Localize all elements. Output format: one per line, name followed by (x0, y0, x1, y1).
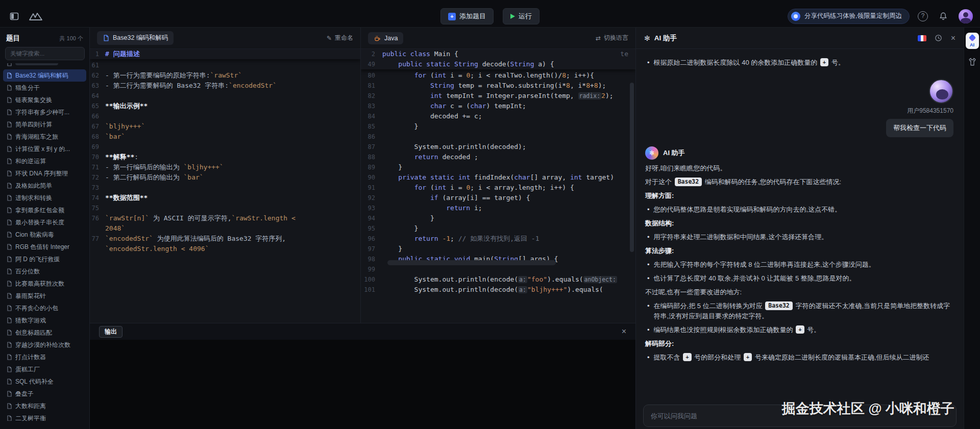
line-number: 95 (361, 223, 382, 234)
sidebar-item[interactable]: 环状 DNA 序列整理 (3, 167, 86, 180)
sidebar-item-partial[interactable] (3, 63, 86, 69)
sidebar-item[interactable]: 二叉树平衡 (3, 412, 86, 421)
plus-badge: + (796, 325, 804, 334)
sidebar-item[interactable]: SQL 代码补全 (3, 375, 86, 388)
sidebar-item[interactable]: 暴雨梨花针 (3, 290, 86, 302)
line-content: decoded += c; (382, 111, 482, 121)
code-token: "foo" (527, 275, 547, 283)
sidebar-item[interactable]: 和的逆运算 (3, 155, 86, 167)
sidebar-item[interactable]: 及格如此简单 (3, 180, 86, 192)
code-token: findIndex( (470, 173, 514, 181)
sidebar-item[interactable]: 穿越沙漠的补给次数 (3, 339, 86, 351)
code-token: tempInt = Integer.parseInt(temp, (442, 92, 578, 99)
sidebar-toggle-button[interactable] (7, 9, 21, 23)
markdown-line: 70**解释**: (90, 152, 360, 162)
code-token (382, 102, 430, 110)
sidebar-item[interactable]: 蛋糕工厂 (3, 363, 86, 375)
document-icon (6, 391, 12, 397)
bullet-text: 用字符串来处理二进制数据和中间结果,这个选择还算合理。 (654, 232, 954, 242)
line-content: public class Main { (382, 49, 458, 59)
ai-assistant-panel: ✻ AI 助手 × •根据原始二进制数据长度除以 40 的余数添加正确数量的 +… (635, 28, 964, 429)
sidebar-item[interactable]: 计算位置 x 到 y 的... (3, 143, 86, 155)
code-line: 93 return i; (361, 203, 635, 213)
run-button[interactable]: 运行 (503, 8, 540, 24)
notifications-button[interactable] (936, 9, 950, 23)
bullet-dot: • (647, 273, 650, 284)
horizontal-scrollbar-thumb[interactable] (387, 260, 556, 265)
sidebar-item[interactable]: 简单四则计算 (3, 118, 86, 131)
sidebar-item[interactable]: 比赛最高获胜次数 (3, 277, 86, 290)
markdown-line: 76`rawStr[n]` 为 ASCII 的可显示字符,`rawStr.len… (90, 213, 360, 223)
code-token: 8 (594, 82, 598, 89)
search-input[interactable] (5, 47, 85, 60)
share-banner[interactable]: 分享代码练习体验,领限量定制周边 (788, 9, 910, 24)
line-content: return i; (382, 203, 482, 213)
ai-paragraph: 不过呢,也有一些需要改进的地方: (645, 287, 954, 297)
language-flag-icon[interactable] (918, 35, 926, 41)
theme-skin-button[interactable] (968, 57, 977, 66)
line-content: } (382, 244, 402, 254)
line-number: 77 (90, 234, 105, 244)
output-tab[interactable]: 输出 (99, 326, 122, 338)
problem-panel[interactable]: Base32 编码和解码 ✎ 重命名 1# 问题描述 6162- 第一行为需要编… (90, 28, 360, 323)
user-chat-avatar[interactable] (929, 79, 953, 104)
markdown-editor[interactable]: 1# 问题描述 6162- 第一行为需要编码的原始字符串:`rawStr`63-… (90, 49, 360, 254)
sidebar-item[interactable]: Cion 勒索病毒 (3, 229, 86, 241)
ai-close-icon[interactable]: × (951, 34, 955, 43)
code-token: ).equals( (567, 286, 603, 293)
sidebar-item[interactable]: 进制求和转换 (3, 192, 86, 204)
code-editor[interactable]: 2public class Main {te49 public static S… (361, 49, 635, 295)
sidebar-item[interactable]: 打点计数器 (3, 351, 86, 363)
language-tab-java[interactable]: Java (368, 32, 403, 44)
ai-assistant-toggle-button[interactable]: AI (966, 33, 979, 49)
sidebar-item[interactable]: Base32 编码和解码 (3, 69, 86, 82)
sidebar-item[interactable]: 青海湖租车之旅 (3, 131, 86, 143)
close-icon[interactable]: × (622, 327, 626, 336)
sidebar-item[interactable]: 阿 D 的飞行救援 (3, 253, 86, 265)
document-icon (6, 342, 12, 348)
line-number: 71 (90, 162, 105, 172)
sidebar-item[interactable]: 字符串有多少种可... (3, 106, 86, 118)
code-token: int (458, 173, 470, 181)
md-segment: # 问题描述 (105, 50, 140, 58)
sidebar-item-label: 猜数字游戏 (15, 316, 46, 325)
line-number: 63 (90, 81, 105, 91)
markdown-line: 66 (90, 111, 360, 121)
line-content: `bar` (105, 132, 351, 142)
markdown-line: 65**输出示例** (90, 101, 360, 111)
line-content: } (382, 162, 402, 172)
sidebar-toggle-icon (10, 12, 19, 21)
md-segment: `encodedStr` (229, 82, 277, 89)
bullet-text: 根据原始二进制数据长度除以 40 的余数添加正确数量的 + 号。 (654, 58, 954, 68)
line-number: 69 (90, 142, 105, 152)
code-editor-panel[interactable]: Java ⇄ 切换语言 2public class Main {te49 pub… (360, 28, 635, 323)
bullet-dot: • (647, 352, 650, 363)
problem-tab-label: Base32 编码和解码 (113, 34, 168, 42)
sidebar-item[interactable]: 猫鱼分干 (3, 82, 86, 94)
problem-tab[interactable]: Base32 编码和解码 (97, 31, 174, 45)
add-problem-button[interactable]: + 添加题目 (440, 8, 494, 24)
rename-button[interactable]: ✎ 重命名 (327, 34, 353, 42)
markdown-line: 74**数据范围** (90, 193, 360, 203)
user-avatar[interactable] (959, 9, 973, 23)
sidebar-item-label: 打点计数器 (15, 353, 46, 362)
sidebar-item[interactable]: 猜数字游戏 (3, 314, 86, 326)
vertical-scrollbar-thumb[interactable] (630, 83, 634, 252)
help-icon[interactable]: ? (918, 11, 928, 21)
switch-language-button[interactable]: ⇄ 切换语言 (596, 34, 628, 42)
sidebar-item[interactable]: 百分位数 (3, 265, 86, 277)
sidebar-item[interactable]: 不再贪心的小包 (3, 302, 86, 314)
history-button[interactable] (934, 33, 944, 43)
ai-question-input[interactable] (651, 412, 949, 420)
code-token: static (430, 173, 454, 181)
mountains-logo-icon (29, 9, 43, 23)
sidebar-item[interactable]: 最小替换子串长度 (3, 216, 86, 229)
sidebar-item[interactable]: RGB 色值转 Integer (3, 241, 86, 253)
sidebar-item[interactable]: 链表聚集交换 (3, 94, 86, 106)
sidebar-item[interactable]: 叠盘子 (3, 388, 86, 400)
code-token: (array[i] == target) { (438, 194, 530, 201)
sidebar-item[interactable]: 创意标题匹配 (3, 326, 86, 339)
sidebar-item[interactable]: 大数和距离 (3, 400, 86, 412)
message-text: 对于这个 (645, 178, 674, 186)
sidebar-item[interactable]: 拿到最多红包金额 (3, 204, 86, 216)
